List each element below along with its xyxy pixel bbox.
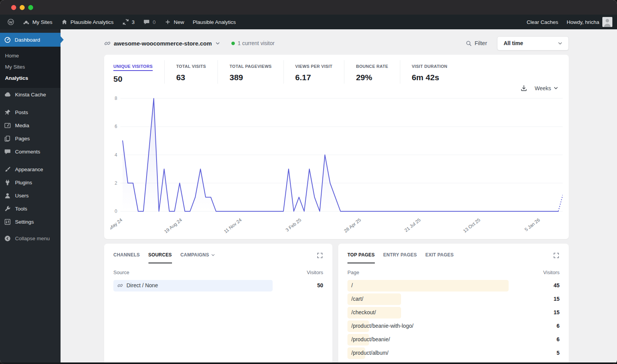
interval-select[interactable]: Weeks — [534, 85, 559, 91]
page-row[interactable]: /cart/15 — [347, 293, 560, 306]
new-content-menu[interactable]: New — [160, 15, 189, 29]
sidebar-item-comments[interactable]: Comments — [0, 145, 61, 158]
page-row[interactable]: /45 — [347, 279, 560, 293]
stat-label: VISIT DURATION — [412, 64, 447, 69]
sidebar-item-pages[interactable]: Pages — [0, 132, 61, 145]
pages-tab-top-pages[interactable]: TOP PAGES — [347, 252, 375, 263]
row-label-text: Direct / None — [126, 282, 158, 288]
page-row[interactable]: /checkout/15 — [347, 306, 560, 320]
page-row[interactable]: /product/beanie-with-logo/6 — [347, 320, 560, 333]
svg-text:5 Jan 26: 5 Jan 26 — [524, 217, 541, 233]
collapse-menu-button[interactable]: Collapse menu — [0, 232, 61, 245]
stat-label: VIEWS PER VISIT — [295, 64, 333, 69]
sidebar-item-label: Media — [15, 123, 29, 128]
export-download-icon[interactable] — [520, 84, 528, 92]
sidebar-subitem-home[interactable]: Home — [0, 50, 61, 61]
sources-tab-campaigns[interactable]: CAMPAIGNS — [180, 252, 216, 263]
sidebar-subitem-my-sites[interactable]: My Sites — [0, 61, 61, 72]
sidebar-item-kinsta-cache[interactable]: Kinsta Cache — [0, 88, 61, 101]
pages-tab-exit-pages[interactable]: EXIT PAGES — [425, 252, 454, 263]
zoom-window-button[interactable] — [28, 5, 33, 10]
visitors-col-header: Visitors — [543, 270, 560, 275]
sources-tab-channels[interactable]: CHANNELS — [113, 252, 140, 263]
page-row[interactable]: /product/album/5 — [347, 347, 560, 360]
analytics-topbar: awesome-woocommerce-store.com 1 current … — [104, 35, 569, 51]
sidebar-item-label: Posts — [15, 110, 28, 115]
sources-tab-sources[interactable]: SOURCES — [148, 252, 172, 263]
sidebar-item-label: Pages — [15, 136, 30, 142]
row-label: Direct / None — [117, 282, 158, 288]
row-bar — [347, 280, 509, 292]
expand-card-icon[interactable] — [553, 252, 560, 259]
site-home-menu[interactable]: Plausible Analytics — [57, 15, 118, 29]
svg-text:31 May 24: 31 May 24 — [110, 217, 123, 235]
sidebar-item-appearance[interactable]: Appearance — [0, 163, 61, 176]
stat-label: TOTAL PAGEVIEWS — [229, 64, 271, 69]
sliders-icon — [4, 218, 11, 226]
row-label: /cart/ — [351, 296, 363, 302]
search-icon — [465, 40, 472, 47]
brush-icon — [4, 166, 11, 173]
source-row[interactable]: Direct / None50 — [113, 279, 323, 293]
stat-total-pageviews[interactable]: TOTAL PAGEVIEWS389 — [217, 60, 283, 84]
svg-text:19 Aug 24: 19 Aug 24 — [163, 217, 183, 234]
window-bottom-border — [0, 362, 617, 364]
stat-value: 63 — [176, 73, 206, 82]
stat-views-per-visit[interactable]: VIEWS PER VISIT6.17 — [283, 60, 344, 84]
clear-caches-button[interactable]: Clear Caches — [523, 19, 563, 25]
pages-rows: /45/cart/15/checkout/15/product/beanie-w… — [347, 279, 560, 360]
pages-card: TOP PAGESENTRY PAGESEXIT PAGES Page Visi… — [338, 244, 569, 364]
current-visitors-label: 1 current visitor — [238, 40, 275, 46]
sidebar-dashboard-label: Dashboard — [15, 37, 40, 43]
filter-button[interactable]: Filter — [465, 40, 487, 47]
tab-label: TOP PAGES — [347, 252, 375, 258]
stat-value: 6.17 — [295, 73, 333, 82]
sidebar-item-users[interactable]: Users — [0, 189, 61, 202]
wp-logo-menu[interactable] — [3, 15, 19, 29]
multisite-icon — [23, 19, 30, 25]
minimize-window-button[interactable] — [20, 5, 25, 10]
app-window: My Sites Plausible Analytics 3 0 New Pla… — [0, 0, 617, 364]
sidebar-item-plugins[interactable]: Plugins — [0, 176, 61, 189]
pages-tab-entry-pages[interactable]: ENTRY PAGES — [383, 252, 417, 263]
page-row[interactable]: /product/beanie/6 — [347, 333, 560, 347]
updates-menu[interactable]: 3 — [118, 15, 139, 29]
howdy-account-menu[interactable]: Howdy, hricha — [562, 19, 599, 25]
sources-card: CHANNELSSOURCESCAMPAIGNS Source Visitors… — [104, 244, 332, 364]
sidebar-item-media[interactable]: Media — [0, 119, 61, 132]
site-home-label: Plausible Analytics — [71, 19, 114, 25]
svg-text:2: 2 — [115, 180, 117, 186]
sidebar-item-label: Appearance — [15, 167, 43, 172]
date-range-select[interactable]: All time — [497, 36, 569, 51]
stat-unique-visitors[interactable]: UNIQUE VISITORS50 — [112, 60, 164, 84]
close-window-button[interactable] — [11, 5, 16, 10]
comment-icon — [4, 148, 11, 155]
svg-text:3 Feb 25: 3 Feb 25 — [285, 217, 302, 233]
home-icon — [61, 19, 68, 25]
stat-visit-duration[interactable]: VISIT DURATION6m 42s — [400, 60, 459, 84]
link-icon — [104, 40, 111, 47]
sidebar-item-dashboard[interactable]: Dashboard — [0, 33, 61, 47]
expand-card-icon[interactable] — [317, 252, 323, 259]
sidebar-item-label: Tools — [15, 206, 27, 212]
sidebar-item-tools[interactable]: Tools — [0, 202, 61, 215]
pages-icon — [4, 135, 11, 142]
stat-bounce-rate[interactable]: BOUNCE RATE29% — [344, 60, 400, 84]
site-selector[interactable]: awesome-woocommerce-store.com — [104, 40, 221, 47]
pages-col-header: Page — [347, 270, 359, 275]
dashboard-gauge-icon — [4, 36, 11, 44]
new-label: New — [174, 19, 184, 25]
row-visitors-value: 45 — [553, 282, 560, 288]
sidebar-subitem-analytics[interactable]: Analytics — [0, 72, 61, 84]
user-avatar[interactable] — [602, 17, 612, 27]
sidebar-item-posts[interactable]: Posts — [0, 106, 61, 119]
online-dot-icon — [231, 42, 235, 45]
comments-menu[interactable]: 0 — [139, 15, 160, 29]
my-sites-menu[interactable]: My Sites — [19, 15, 57, 29]
media-icon — [4, 122, 11, 129]
comments-count: 0 — [153, 19, 156, 25]
current-visitors[interactable]: 1 current visitor — [231, 40, 275, 46]
stat-total-visits[interactable]: TOTAL VISITS63 — [164, 60, 217, 84]
sidebar-item-settings[interactable]: Settings — [0, 215, 61, 228]
stat-value: 6m 42s — [412, 73, 447, 82]
